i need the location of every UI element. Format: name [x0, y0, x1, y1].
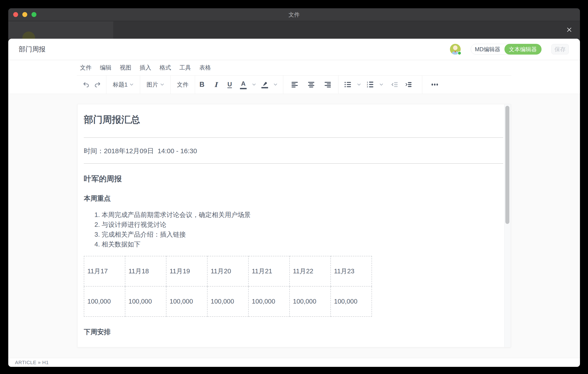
menubar: 文件 编辑 视图 插入 格式 工具 表格: [8, 60, 580, 75]
table-cell[interactable]: 11月22: [290, 256, 331, 286]
table-cell[interactable]: 11月20: [207, 256, 248, 286]
font-color-icon: A: [240, 80, 247, 89]
highlight-color-bar: [261, 87, 268, 88]
highlight-color-dropdown[interactable]: [272, 78, 280, 91]
list-item: 相关数据如下: [102, 239, 503, 249]
outdent-icon: [391, 81, 398, 88]
image-dropdown[interactable]: 图片: [140, 78, 170, 91]
md-editor-tab[interactable]: MD编辑器: [471, 46, 504, 53]
modal-backdrop: [8, 21, 580, 39]
toolbar-separator: [283, 75, 283, 94]
table-cell[interactable]: 100,000: [207, 286, 248, 317]
indent-button[interactable]: [401, 78, 415, 91]
menu-edit[interactable]: 编辑: [100, 64, 112, 72]
menu-table[interactable]: 表格: [199, 64, 211, 72]
avatar-bow: [455, 51, 456, 52]
menu-format[interactable]: 格式: [159, 64, 171, 72]
table-cell[interactable]: 100,000: [166, 286, 207, 317]
more-tools-button[interactable]: [425, 78, 445, 91]
document-scrollbar-track[interactable]: [504, 104, 511, 347]
page-title: 部门周报: [19, 45, 46, 54]
table-cell[interactable]: 100,000: [125, 286, 166, 317]
table-cell[interactable]: 100,000: [331, 286, 372, 317]
italic-button[interactable]: I: [209, 78, 223, 91]
doc-numbered-list: 本周完成产品前期需求讨论会议，确定相关用户场景 与设计师进行视觉讨论 完成相关产…: [84, 210, 503, 249]
table-cell[interactable]: 100,000: [248, 286, 290, 317]
underline-button[interactable]: U: [223, 78, 237, 91]
document-card[interactable]: 部门周报汇总 时间：2018年12月09日 14:00 - 16:30 叶军的周…: [77, 104, 511, 347]
doc-data-table[interactable]: 11月17 11月18 11月19 11月20 11月21 11月22 11月2…: [84, 256, 372, 317]
chevron-down-icon: [160, 83, 164, 86]
table-cell[interactable]: 11月17: [84, 256, 125, 286]
highlight-color-button[interactable]: [258, 78, 272, 91]
menu-tools[interactable]: 工具: [179, 64, 191, 72]
breadcrumb: ARTICLE » H1: [15, 360, 49, 365]
document-scrollbar-thumb[interactable]: [505, 106, 509, 224]
table-cell[interactable]: 100,000: [290, 286, 331, 317]
list-item: 本周完成产品前期需求讨论会议，确定相关用户场景: [102, 210, 503, 220]
window-title: 文件: [8, 11, 580, 18]
table-cell[interactable]: 11月19: [166, 256, 207, 286]
heading-style-label: 标题1: [113, 81, 127, 88]
menu-insert[interactable]: 插入: [140, 64, 151, 72]
chevron-down-icon: [357, 83, 361, 86]
indent-icon: [405, 81, 412, 88]
toolbar-inner: 标题1 图片 文件 B: [8, 75, 580, 94]
align-right-icon: [324, 81, 331, 88]
undo-button[interactable]: [80, 78, 92, 91]
font-color-bar: [240, 88, 247, 89]
font-color-button[interactable]: A: [237, 78, 250, 91]
table-cell[interactable]: 100,000: [84, 286, 125, 317]
close-modal-button[interactable]: [565, 25, 574, 34]
titlebar: 文件: [8, 8, 580, 21]
menu-view[interactable]: 视图: [120, 64, 131, 72]
toolbar: 标题1 图片 文件 B: [8, 75, 580, 94]
outdent-button[interactable]: [388, 78, 401, 91]
doc-subsection-title: 本周重点: [84, 195, 503, 202]
bold-icon: B: [200, 80, 204, 88]
divider: [84, 163, 503, 164]
divider: [84, 137, 503, 138]
statusbar: ARTICLE » H1: [8, 358, 580, 367]
svg-text:3: 3: [367, 86, 368, 88]
svg-text:2: 2: [367, 83, 368, 86]
align-left-button[interactable]: [286, 78, 303, 91]
file-attach-button[interactable]: 文件: [171, 78, 195, 91]
file-attach-label: 文件: [177, 81, 189, 88]
bullet-list-button[interactable]: [341, 78, 355, 91]
list-item: 完成相关产品介绍：插入链接: [102, 230, 503, 239]
doc-heading-1: 部门周报汇总: [84, 115, 503, 125]
text-editor-tab[interactable]: 文本编辑器: [504, 44, 542, 55]
align-left-icon: [291, 81, 298, 88]
doc-time-line: 时间：2018年12月09日 14:00 - 16:30: [84, 147, 503, 154]
align-center-button[interactable]: [303, 78, 319, 91]
editor-mode-switch: MD编辑器 文本编辑器: [471, 44, 542, 55]
table-cell[interactable]: 11月18: [125, 256, 166, 286]
align-right-button[interactable]: [319, 78, 336, 91]
underline-icon: U: [227, 81, 232, 88]
document-page-area: 部门周报汇总 时间：2018年12月09日 14:00 - 16:30 叶军的周…: [8, 94, 580, 358]
numbered-list-icon: 1 2 3: [367, 81, 374, 88]
table-row: 11月17 11月18 11月19 11月20 11月21 11月22 11月2…: [84, 256, 372, 286]
doc-next-section-title: 下周安排: [84, 328, 503, 337]
redo-button[interactable]: [92, 78, 104, 91]
close-icon: [566, 26, 573, 33]
numbered-list-button[interactable]: 1 2 3: [363, 78, 377, 91]
bullet-list-icon: [344, 81, 351, 88]
table-cell[interactable]: 11月23: [331, 256, 372, 286]
font-color-dropdown[interactable]: [250, 78, 258, 91]
bullet-list-dropdown[interactable]: [355, 78, 363, 91]
bold-button[interactable]: B: [195, 78, 209, 91]
align-center-icon: [308, 81, 315, 88]
heading-style-dropdown[interactable]: 标题1: [106, 78, 140, 91]
numbered-list-dropdown[interactable]: [377, 78, 385, 91]
chevron-down-icon: [379, 83, 383, 86]
more-icon: [431, 83, 440, 86]
table-cell[interactable]: 11月21: [248, 256, 290, 286]
menu-file[interactable]: 文件: [80, 64, 92, 72]
chevron-down-icon: [252, 83, 256, 86]
document-content[interactable]: 部门周报汇总 时间：2018年12月09日 14:00 - 16:30 叶军的周…: [84, 104, 503, 347]
save-button[interactable]: 保存: [551, 44, 569, 54]
user-avatar[interactable]: [450, 44, 461, 55]
svg-text:1: 1: [367, 81, 368, 83]
